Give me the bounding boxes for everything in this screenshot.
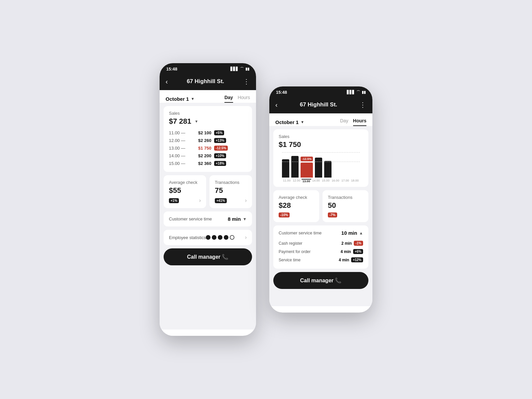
header-right: ‹ 67 Highhill St. ⋮ [269, 97, 372, 113]
chart-label-18: 18.00 [350, 179, 360, 183]
bar-14-rect [315, 158, 322, 178]
wifi-icon-left: ⌒ [240, 66, 244, 71]
dot-5 [230, 235, 234, 240]
phone-left: 15:48 ▋▋▋ ⌒ ▮▮ ‹ 67 Highhill St. ⋮ Octob… [160, 63, 256, 336]
avg-check-card-left: Average check $55 +1% › [164, 175, 206, 208]
service-breakdown: Cash register 2 min -1% Payment for orde… [279, 239, 363, 264]
service-time-card-right: Customer service time 10 min ▲ Cash regi… [273, 225, 368, 269]
sales-chart-card-right: Sales $1 750 -12.5% [273, 129, 368, 187]
avg-check-badge-left: +1% [169, 198, 179, 203]
employee-dots-left [206, 235, 234, 240]
date-tabs-row-right: October 1 ▼ Day Hours [269, 113, 372, 126]
signal-icon-left: ▋▋▋ [230, 67, 238, 71]
more-button-right[interactable]: ⋮ [359, 101, 366, 109]
sales-label-left: Sales [169, 111, 247, 116]
chart-label-16: 16.00 [331, 179, 340, 183]
chart-label-17: 17.00 [340, 179, 350, 183]
status-bar-left: 15:48 ▋▋▋ ⌒ ▮▮ [160, 63, 256, 74]
dot-2 [212, 235, 216, 240]
service-expand-left: ▼ [243, 217, 247, 221]
sales-total-left: $7 281 [169, 117, 191, 126]
bar-11 [282, 159, 289, 178]
call-manager-button-right[interactable]: Call manager 📞 [273, 272, 368, 289]
avg-check-badge-right: -10% [279, 212, 290, 217]
transactions-value-left: 75 [215, 186, 247, 195]
bar-13-rect [301, 163, 313, 178]
bar-tooltip-right: -12.5% [301, 157, 313, 161]
store-title-left: 67 Highhill St. [187, 78, 224, 85]
bar-15-rect [324, 161, 332, 178]
dot-1 [206, 235, 210, 240]
dot-3 [218, 235, 222, 240]
date-label-left: October 1 [166, 96, 189, 102]
status-bar-right: 15:48 ▋▋▋ ⌒ ▮▮ [269, 86, 372, 97]
status-icons-left: ▋▋▋ ⌒ ▮▮ [230, 66, 249, 71]
avg-check-value-left: $55 [169, 186, 201, 195]
employee-stats-label-left: Employee statistics [169, 235, 206, 240]
transactions-card-left: Transactions 75 +41% › [209, 175, 252, 208]
bar-12-rect [291, 156, 299, 178]
header-left: ‹ 67 Highhill St. ⋮ [160, 74, 256, 90]
tab-day-left[interactable]: Day [224, 95, 233, 103]
transactions-label-right: Transactions [328, 195, 363, 200]
tab-hours-left[interactable]: Hours [238, 95, 250, 103]
sales-row-0: 11.00 — $2 100 +5% [169, 129, 247, 137]
chart-label-15: 15.00 [321, 179, 331, 183]
avg-check-arrow-left[interactable]: › [199, 198, 201, 203]
sales-row-4: 15.00 — $2 360 +18% [169, 160, 247, 167]
bar-12 [291, 156, 299, 178]
back-button-left[interactable]: ‹ [166, 78, 168, 85]
avg-check-card-right: Average check $28 -10% [273, 190, 319, 222]
sales-row-3: 14.00 — $2 200 +10% [169, 152, 247, 160]
chart-label-11: 11.00 [282, 179, 292, 183]
transactions-arrow-left[interactable]: › [245, 198, 247, 203]
transactions-value-right: 50 [328, 201, 363, 210]
tabs-left: Day Hours [224, 95, 250, 103]
breakdown-badge-payment: +6% [353, 249, 363, 254]
content-left: October 1 ▼ Day Hours Sales $7 281 ▼ 11.… [160, 90, 256, 330]
date-chevron-right: ▼ [301, 120, 304, 124]
employee-arrow-left[interactable]: › [245, 234, 247, 240]
service-expand-right: ▲ [359, 231, 363, 235]
employee-stats-row-left[interactable]: Employee statistics › [164, 230, 252, 245]
sales-row-1: 12.00 — $2 260 +13% [169, 137, 247, 144]
avg-check-label-right: Average check [279, 195, 314, 200]
call-manager-button-left[interactable]: Call manager 📞 [164, 248, 252, 265]
battery-icon-left: ▮▮ [245, 67, 249, 71]
chart-labels: 11.00 12.00 13.00 14.00 15.00 16.00 17.0… [281, 179, 361, 183]
breakdown-cash-register: Cash register 2 min -1% [279, 239, 363, 247]
sales-row-2: 13.00 — $1 750 -12.5% [169, 144, 247, 152]
chart-dashed-top [282, 152, 360, 153]
sales-card-left: Sales $7 281 ▼ 11.00 — $2 100 +5% 12.00 … [164, 106, 252, 172]
status-icons-right: ▋▋▋ ⌒ ▮▮ [347, 90, 366, 95]
service-time-value-right: 10 min ▲ [341, 230, 363, 236]
chart-dashed-mid [282, 162, 360, 162]
dot-4 [224, 235, 228, 240]
phone-right: 15:48 ▋▋▋ ⌒ ▮▮ ‹ 67 Highhill St. ⋮ Octob… [269, 86, 372, 313]
transactions-badge-left: +41% [215, 198, 227, 203]
signal-icon-right: ▋▋▋ [347, 90, 355, 94]
service-time-row-left[interactable]: Customer service time 8 min ▼ [164, 211, 252, 226]
date-selector-right[interactable]: October 1 ▼ [275, 119, 304, 125]
more-button-left[interactable]: ⋮ [243, 77, 250, 85]
sales-rows-left: 11.00 — $2 100 +5% 12.00 — $2 260 +13% 1… [169, 129, 247, 167]
tab-day-right[interactable]: Day [340, 118, 348, 126]
metrics-row-right: Average check $28 -10% Transactions 50 -… [273, 190, 368, 222]
service-time-value-left: 8 min ▼ [228, 216, 247, 222]
service-time-label-left: Customer service time [169, 216, 212, 221]
date-selector-left[interactable]: October 1 ▼ [166, 96, 195, 102]
avg-check-label-left: Average check [169, 180, 201, 185]
tab-hours-right[interactable]: Hours [353, 118, 366, 126]
avg-check-value-right: $28 [279, 201, 314, 210]
status-time-left: 15:48 [166, 66, 177, 71]
wifi-icon-right: ⌒ [356, 90, 360, 95]
breakdown-payment: Payment for order 4 min +6% [279, 247, 363, 256]
chart-area-right: -12.5% [279, 149, 363, 182]
store-title-right: 67 Highhill St. [300, 101, 337, 108]
chart-label-13: 13.00 [302, 179, 311, 183]
metrics-row-left: Average check $55 +1% › Transactions 75 … [164, 175, 252, 208]
tabs-right: Day Hours [340, 118, 366, 126]
chart-bars: -12.5% [281, 151, 361, 178]
back-button-right[interactable]: ‹ [275, 101, 278, 109]
service-time-label-right: Customer service time [279, 230, 322, 235]
